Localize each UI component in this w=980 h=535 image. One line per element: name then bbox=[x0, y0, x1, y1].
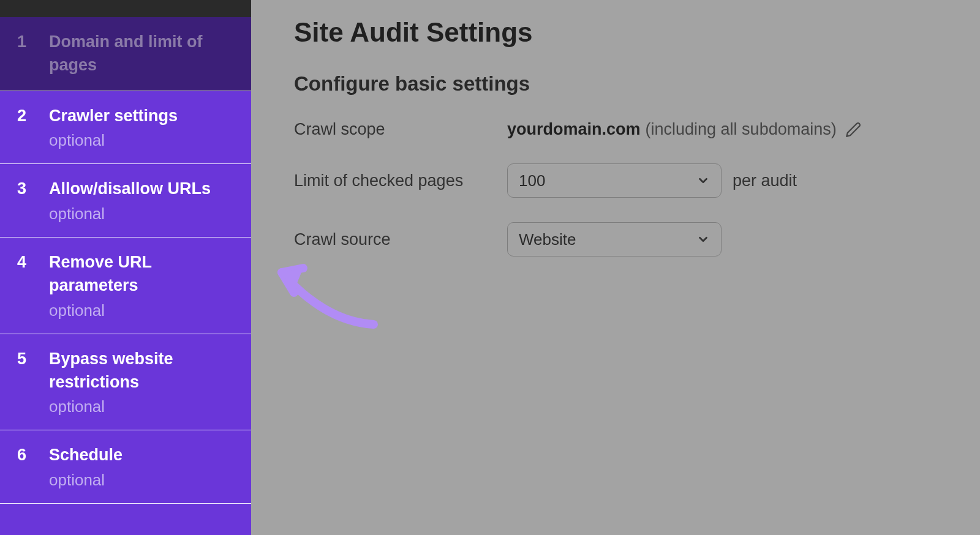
sidebar-step-domain-limit[interactable]: 1 Domain and limit of pages bbox=[0, 17, 251, 91]
step-text: Allow/disallow URLs optional bbox=[49, 178, 211, 223]
sidebar-step-allow-disallow[interactable]: 3 Allow/disallow URLs optional bbox=[0, 164, 251, 238]
step-text: Schedule optional bbox=[49, 444, 123, 490]
step-text: Domain and limit of pages bbox=[49, 31, 234, 77]
step-sublabel: optional bbox=[49, 204, 211, 223]
step-sublabel: optional bbox=[49, 471, 123, 490]
sidebar-step-schedule[interactable]: 6 Schedule optional bbox=[0, 430, 251, 504]
step-number: 3 bbox=[17, 178, 49, 200]
step-text: Crawler settings optional bbox=[49, 105, 178, 151]
app-root: 1 Domain and limit of pages 2 Crawler se… bbox=[0, 0, 980, 535]
crawl-scope-hint: (including all subdomains) bbox=[646, 120, 837, 139]
page-title: Site Audit Settings bbox=[294, 17, 956, 48]
step-label: Bypass website restrictions bbox=[49, 348, 234, 394]
chevron-down-icon bbox=[696, 233, 710, 246]
step-number: 2 bbox=[17, 105, 49, 127]
sidebar-step-crawler-settings[interactable]: 2 Crawler settings optional bbox=[0, 91, 251, 165]
sidebar-step-bypass-restrictions[interactable]: 5 Bypass website restrictions optional bbox=[0, 334, 251, 431]
step-sublabel: optional bbox=[49, 131, 178, 150]
pencil-icon[interactable] bbox=[845, 122, 861, 138]
step-number: 6 bbox=[17, 444, 49, 466]
row-crawl-source: Crawl source Website bbox=[294, 222, 956, 256]
crawl-scope-domain: yourdomain.com bbox=[507, 120, 641, 139]
limit-pages-value: 100 bbox=[519, 171, 545, 190]
step-text: Bypass website restrictions optional bbox=[49, 348, 234, 417]
wizard-sidebar: 1 Domain and limit of pages 2 Crawler se… bbox=[0, 0, 251, 535]
step-number: 4 bbox=[17, 251, 49, 273]
step-label: Remove URL parameters bbox=[49, 251, 234, 297]
row-limit-pages: Limit of checked pages 100 per audit bbox=[294, 163, 956, 198]
step-label: Domain and limit of pages bbox=[49, 31, 234, 77]
section-title: Configure basic settings bbox=[294, 72, 956, 95]
row-crawl-scope: Crawl scope yourdomain.com (including al… bbox=[294, 120, 956, 139]
crawl-scope-value: yourdomain.com (including all subdomains… bbox=[507, 120, 861, 139]
crawl-source-select[interactable]: Website bbox=[507, 222, 722, 256]
step-sublabel: optional bbox=[49, 397, 234, 416]
crawl-source-value: Website bbox=[519, 230, 576, 249]
limit-pages-suffix: per audit bbox=[733, 171, 797, 190]
step-sublabel: optional bbox=[49, 301, 234, 320]
step-label: Schedule bbox=[49, 444, 123, 467]
step-number: 5 bbox=[17, 348, 49, 370]
crawl-source-label: Crawl source bbox=[294, 230, 507, 249]
crawl-scope-label: Crawl scope bbox=[294, 120, 507, 139]
step-label: Crawler settings bbox=[49, 105, 178, 128]
step-text: Remove URL parameters optional bbox=[49, 251, 234, 320]
main-content: Site Audit Settings Configure basic sett… bbox=[251, 0, 980, 535]
limit-pages-label: Limit of checked pages bbox=[294, 171, 507, 190]
step-number: 1 bbox=[17, 31, 49, 53]
step-label: Allow/disallow URLs bbox=[49, 178, 211, 201]
limit-pages-select[interactable]: 100 bbox=[507, 163, 722, 198]
chevron-down-icon bbox=[696, 174, 710, 187]
sidebar-step-remove-url-params[interactable]: 4 Remove URL parameters optional bbox=[0, 238, 251, 334]
